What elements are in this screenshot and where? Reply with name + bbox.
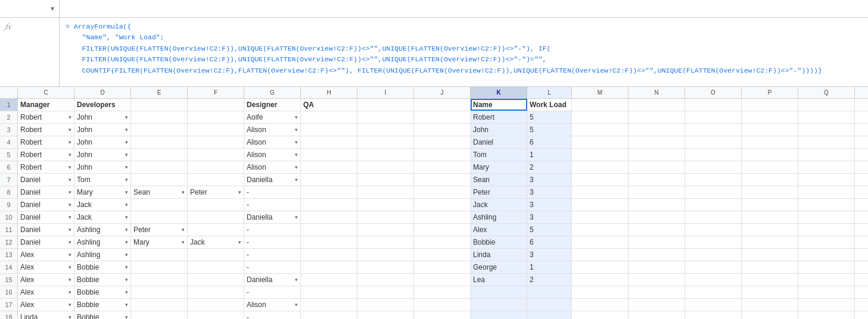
spreadsheet-cell[interactable]: Alex▾	[18, 299, 74, 311]
spreadsheet-cell[interactable]: 6	[527, 136, 572, 148]
spreadsheet-cell[interactable]	[685, 99, 742, 111]
spreadsheet-cell[interactable]	[685, 111, 742, 123]
spreadsheet-cell[interactable]	[188, 174, 244, 186]
spreadsheet-cell[interactable]	[798, 99, 855, 111]
spreadsheet-cell[interactable]: Daniel▾	[18, 236, 74, 248]
spreadsheet-cell[interactable]: Sean▾	[131, 186, 188, 198]
dropdown-arrow-icon[interactable]: ▾	[69, 139, 71, 145]
dropdown-arrow-icon[interactable]: ▾	[295, 139, 298, 145]
spreadsheet-cell[interactable]	[188, 299, 244, 311]
spreadsheet-cell[interactable]	[742, 99, 798, 111]
spreadsheet-cell[interactable]	[742, 224, 798, 236]
spreadsheet-cell[interactable]	[414, 286, 471, 298]
dropdown-arrow-icon[interactable]: ▾	[125, 202, 128, 208]
spreadsheet-cell[interactable]: Tom▾	[74, 174, 131, 186]
spreadsheet-cell[interactable]	[798, 199, 855, 211]
spreadsheet-cell[interactable]: 5	[527, 224, 572, 236]
spreadsheet-cell[interactable]: Alex▾	[18, 249, 74, 261]
spreadsheet-cell[interactable]	[131, 149, 188, 161]
spreadsheet-cell[interactable]: -	[244, 311, 301, 319]
spreadsheet-cell[interactable]: -	[244, 236, 301, 248]
spreadsheet-cell[interactable]	[685, 249, 742, 261]
spreadsheet-cell[interactable]	[742, 261, 798, 273]
spreadsheet-cell[interactable]: 5	[527, 124, 572, 136]
spreadsheet-cell[interactable]	[629, 261, 685, 273]
dropdown-arrow-icon[interactable]: ▾	[125, 239, 128, 245]
dropdown-arrow-icon[interactable]: ▾	[69, 314, 71, 319]
spreadsheet-cell[interactable]	[685, 224, 742, 236]
spreadsheet-cell[interactable]	[414, 124, 471, 136]
spreadsheet-cell[interactable]: John▾	[74, 136, 131, 148]
spreadsheet-cell[interactable]	[414, 199, 471, 211]
spreadsheet-cell[interactable]: Jack▾	[74, 211, 131, 223]
spreadsheet-cell[interactable]: -	[244, 261, 301, 273]
dropdown-arrow-icon[interactable]: ▾	[69, 164, 71, 170]
spreadsheet-cell[interactable]: 2	[527, 274, 572, 286]
spreadsheet-cell[interactable]	[188, 274, 244, 286]
col-header-l[interactable]: L	[527, 87, 572, 98]
spreadsheet-cell[interactable]	[629, 274, 685, 286]
spreadsheet-cell[interactable]	[471, 311, 527, 319]
spreadsheet-cell[interactable]	[188, 149, 244, 161]
spreadsheet-cell[interactable]	[685, 236, 742, 248]
spreadsheet-cell[interactable]	[188, 111, 244, 123]
spreadsheet-cell[interactable]: Alex▾	[18, 274, 74, 286]
spreadsheet-cell[interactable]	[188, 124, 244, 136]
spreadsheet-cell[interactable]	[742, 149, 798, 161]
spreadsheet-cell[interactable]	[798, 161, 855, 173]
spreadsheet-cell[interactable]	[527, 286, 572, 298]
col-header-g[interactable]: G	[244, 87, 301, 98]
spreadsheet-cell[interactable]	[572, 311, 629, 319]
spreadsheet-cell[interactable]	[742, 124, 798, 136]
dropdown-arrow-icon[interactable]: ▾	[69, 177, 71, 183]
spreadsheet-cell[interactable]: George	[471, 261, 527, 273]
spreadsheet-cell[interactable]: 3	[527, 174, 572, 186]
cell-ref-dropdown[interactable]: ▼	[49, 5, 55, 12]
spreadsheet-cell[interactable]: 1	[527, 149, 572, 161]
spreadsheet-cell[interactable]	[685, 211, 742, 223]
spreadsheet-cell[interactable]	[188, 211, 244, 223]
spreadsheet-cell[interactable]	[572, 286, 629, 298]
dropdown-arrow-icon[interactable]: ▾	[125, 189, 128, 195]
spreadsheet-cell[interactable]: Daniella▾	[244, 211, 301, 223]
spreadsheet-cell[interactable]	[798, 299, 855, 311]
spreadsheet-cell[interactable]	[131, 111, 188, 123]
spreadsheet-cell[interactable]: John▾	[74, 149, 131, 161]
spreadsheet-cell[interactable]: Ashling▾	[74, 236, 131, 248]
col-header-h[interactable]: H	[301, 87, 357, 98]
spreadsheet-cell[interactable]	[629, 174, 685, 186]
spreadsheet-cell[interactable]	[131, 274, 188, 286]
spreadsheet-cell[interactable]	[471, 286, 527, 298]
spreadsheet-cell[interactable]	[685, 186, 742, 198]
spreadsheet-cell[interactable]	[357, 286, 414, 298]
spreadsheet-cell[interactable]	[301, 161, 357, 173]
spreadsheet-cell[interactable]: Jack	[471, 199, 527, 211]
cell-reference[interactable]: ▼	[0, 0, 60, 17]
spreadsheet-cell[interactable]: Daniel	[471, 136, 527, 148]
dropdown-arrow-icon[interactable]: ▾	[69, 252, 71, 258]
spreadsheet-cell[interactable]: Alex▾	[18, 261, 74, 273]
spreadsheet-cell[interactable]	[629, 99, 685, 111]
spreadsheet-cell[interactable]: 5	[527, 111, 572, 123]
spreadsheet-cell[interactable]	[572, 211, 629, 223]
col-header-q[interactable]: Q	[798, 87, 855, 98]
spreadsheet-cell[interactable]: -	[244, 286, 301, 298]
spreadsheet-cell[interactable]	[742, 236, 798, 248]
spreadsheet-cell[interactable]: Alex	[471, 224, 527, 236]
spreadsheet-cell[interactable]: Linda▾	[18, 311, 74, 319]
spreadsheet-cell[interactable]: 6	[527, 236, 572, 248]
spreadsheet-cell[interactable]: QA	[301, 99, 357, 111]
spreadsheet-cell[interactable]: Work Load	[527, 99, 572, 111]
col-header-d[interactable]: D	[74, 87, 131, 98]
spreadsheet-cell[interactable]	[131, 99, 188, 111]
spreadsheet-cell[interactable]	[685, 124, 742, 136]
dropdown-arrow-icon[interactable]: ▾	[69, 152, 71, 158]
spreadsheet-cell[interactable]: Designer	[244, 99, 301, 111]
spreadsheet-cell[interactable]	[188, 136, 244, 148]
dropdown-arrow-icon[interactable]: ▾	[238, 239, 241, 245]
spreadsheet-cell[interactable]: Robert▾	[18, 136, 74, 148]
spreadsheet-cell[interactable]	[414, 224, 471, 236]
dropdown-arrow-icon[interactable]: ▾	[125, 214, 128, 220]
spreadsheet-cell[interactable]: John▾	[74, 161, 131, 173]
dropdown-arrow-icon[interactable]: ▾	[125, 152, 128, 158]
